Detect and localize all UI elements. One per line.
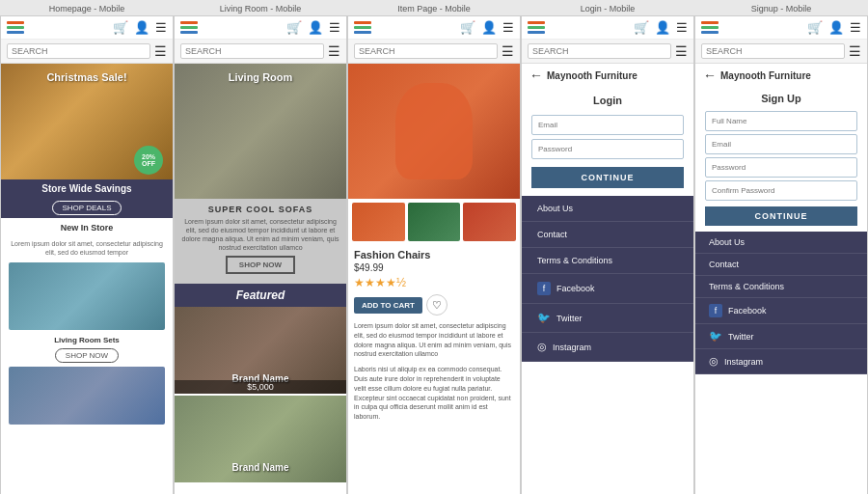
navigation-menu: About Us Contact Terms & Conditions f Fa… — [522, 196, 693, 362]
hamburger-icon[interactable]: ☰ — [850, 20, 861, 35]
instagram-icon: ◎ — [537, 341, 547, 353]
brand-name: Maynooth Furniture — [547, 70, 637, 81]
menu-item-twitter[interactable]: 🐦 Twitter — [695, 324, 867, 349]
continue-button[interactable]: CONTINUE — [705, 206, 857, 226]
cart-icon[interactable]: 🛒 — [113, 20, 128, 35]
confirm-password-input[interactable] — [705, 180, 857, 201]
search-input[interactable] — [701, 43, 845, 59]
menu-item-terms[interactable]: Terms & Conditions — [522, 248, 693, 274]
shop-now-button[interactable]: SHOP NOW — [55, 348, 119, 363]
user-icon[interactable]: 👤 — [308, 20, 323, 35]
frame-1-label: Homepage - Mobile — [0, 0, 174, 15]
logo-line-2 — [701, 26, 719, 29]
continue-button[interactable]: CONTINUE — [531, 167, 684, 188]
brand-name-2: Brand Name — [232, 462, 289, 473]
frame-4-login: 🛒 👤 ☰ ☰ ← Maynooth Furniture Login CONTI… — [521, 15, 694, 494]
hamburger-icon[interactable]: ☰ — [329, 20, 340, 35]
logo-line-2 — [354, 26, 371, 29]
menu-item-contact[interactable]: Contact — [695, 254, 867, 276]
frame-2-label: Living Room - Mobile — [174, 0, 347, 15]
login-title: Login — [522, 87, 693, 111]
hamburger-icon[interactable]: ☰ — [155, 20, 167, 35]
signup-title: Sign Up — [695, 87, 867, 108]
back-arrow-icon[interactable]: ← — [529, 68, 543, 83]
frame-4-col: Login - Mobile 🛒 👤 ☰ ☰ ← Maynooth Furnit… — [521, 0, 694, 494]
cart-icon[interactable]: 🛒 — [460, 20, 475, 35]
shop-deals-button[interactable]: SHOP DEALS — [52, 201, 122, 215]
password-input[interactable] — [531, 139, 684, 159]
brand-card-1: Brand Name $5,000 — [175, 307, 346, 394]
logo-line-1 — [7, 21, 24, 24]
user-icon[interactable]: 👤 — [655, 20, 670, 35]
instagram-icon: ◎ — [709, 355, 719, 368]
product-image-1 — [9, 262, 165, 330]
facebook-label: Facebook — [556, 284, 595, 293]
wishlist-button[interactable]: ♡ — [426, 294, 448, 316]
cart-icon[interactable]: 🛒 — [634, 20, 649, 35]
user-icon[interactable]: 👤 — [481, 20, 497, 35]
thumbnail-strip — [348, 199, 520, 245]
hamburger-icon[interactable]: ☰ — [676, 20, 688, 35]
search-input[interactable] — [528, 43, 671, 59]
thumbnail-2[interactable] — [408, 203, 461, 241]
product-stars: ★★★★½ — [348, 274, 520, 291]
product-desc-1: Lorem ipsum dolor sit amet, consectetur … — [348, 318, 520, 362]
email-input[interactable] — [531, 115, 684, 135]
menu-item-twitter[interactable]: 🐦 Twitter — [522, 304, 693, 333]
frame-4-search-bar: ☰ — [522, 40, 693, 64]
instagram-label: Instagram — [553, 343, 591, 352]
menu-item-about-us[interactable]: About Us — [695, 232, 867, 254]
password-input[interactable] — [705, 157, 857, 178]
add-to-cart-button[interactable]: ADD TO CART — [354, 297, 422, 314]
product-main-image — [348, 64, 520, 199]
product-section-title: SUPER COOL SOFAS — [180, 205, 340, 214]
store-savings: Store Wide Savings — [1, 179, 173, 198]
header-icons: 🛒 👤 ☰ — [807, 20, 861, 35]
brand-card-2: Brand Name — [175, 396, 346, 482]
hero-title: Living Room — [229, 71, 293, 83]
cart-icon[interactable]: 🛒 — [807, 20, 823, 35]
f1-banner: Christmas Sale! 20% OFF Store Wide Savin… — [1, 64, 173, 218]
search-hamburger-icon[interactable]: ☰ — [328, 43, 340, 59]
frame-5-search-bar: ☰ — [695, 40, 867, 64]
back-arrow-icon[interactable]: ← — [703, 68, 717, 83]
thumbnail-3[interactable] — [463, 203, 516, 241]
menu-item-facebook[interactable]: f Facebook — [522, 274, 693, 304]
back-navigation: ← Maynooth Furniture — [522, 64, 693, 87]
fullname-input[interactable] — [705, 111, 857, 131]
logo-line-1 — [528, 21, 545, 24]
frame-5-header: 🛒 👤 ☰ — [695, 16, 867, 40]
user-icon[interactable]: 👤 — [828, 20, 844, 35]
cart-icon[interactable]: 🛒 — [286, 20, 302, 35]
search-hamburger-icon[interactable]: ☰ — [849, 43, 861, 59]
menu-item-instagram[interactable]: ◎ Instagram — [522, 333, 693, 362]
frame-1-col: Homepage - Mobile 🛒 👤 ☰ ☰ Christmas Sale… — [0, 0, 174, 494]
logo-line-3 — [354, 31, 371, 34]
search-input[interactable] — [7, 43, 150, 59]
search-hamburger-icon[interactable]: ☰ — [675, 43, 688, 59]
shop-now-button[interactable]: SHOP NOW — [226, 256, 295, 274]
brand-name: Maynooth Furniture — [720, 70, 811, 81]
search-input[interactable] — [354, 43, 498, 59]
menu-item-terms[interactable]: Terms & Conditions — [695, 276, 867, 298]
logo — [180, 21, 198, 34]
menu-item-instagram[interactable]: ◎ Instagram — [695, 349, 867, 374]
frame-1-header: 🛒 👤 ☰ — [1, 16, 173, 40]
search-hamburger-icon[interactable]: ☰ — [154, 43, 167, 59]
back-navigation: ← Maynooth Furniture — [695, 64, 867, 87]
badge-line2: OFF — [142, 160, 155, 167]
user-icon[interactable]: 👤 — [134, 20, 149, 35]
menu-item-facebook[interactable]: f Facebook — [695, 298, 867, 324]
header-icons: 🛒 👤 ☰ — [286, 20, 340, 35]
twitter-icon: 🐦 — [709, 330, 722, 343]
email-input[interactable] — [705, 134, 857, 154]
search-input[interactable] — [180, 43, 324, 59]
menu-item-contact[interactable]: Contact — [522, 222, 693, 248]
thumbnail-1[interactable] — [352, 203, 405, 241]
search-hamburger-icon[interactable]: ☰ — [502, 43, 514, 59]
menu-item-about-us[interactable]: About Us — [522, 196, 693, 222]
instagram-label: Instagram — [724, 357, 763, 367]
header-icons: 🛒 👤 ☰ — [460, 20, 514, 35]
logo-line-3 — [701, 31, 719, 34]
hamburger-icon[interactable]: ☰ — [502, 20, 514, 35]
